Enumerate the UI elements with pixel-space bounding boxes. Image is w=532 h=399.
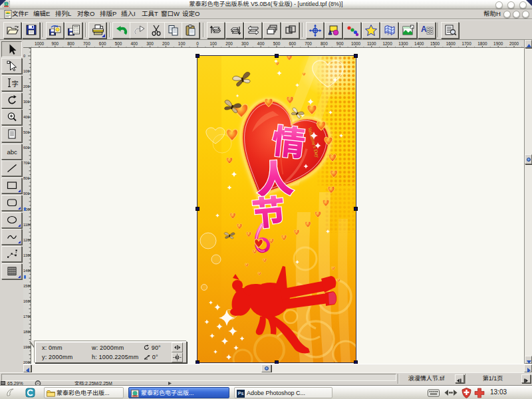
horizontal-scroll-thumb[interactable]: [261, 364, 271, 372]
mesh-warp-button[interactable]: [380, 22, 398, 39]
panel-size-button[interactable]: [172, 352, 183, 362]
minimize-button[interactable]: [495, 1, 503, 9]
status-separator-2: [466, 374, 466, 384]
copy-button[interactable]: [164, 22, 182, 39]
vertical-scrollbar[interactable]: [524, 40, 532, 364]
tool-rounded-rectangle[interactable]: [1, 195, 22, 211]
tray-clock[interactable]: 13:03: [490, 386, 507, 399]
tool-pattern[interactable]: [1, 263, 22, 279]
combine-button[interactable]: [281, 22, 299, 39]
tool-text-cursor[interactable]: 字: [1, 75, 22, 91]
vertical-scroll-thumb[interactable]: [525, 154, 532, 164]
rectangle-icon: [5, 180, 18, 192]
print-button[interactable]: [88, 22, 106, 39]
menu-help[interactable]: 帮助H: [483, 9, 501, 19]
tool-select[interactable]: [1, 41, 22, 57]
mdi-close-button[interactable]: [522, 11, 529, 18]
red-cross-tray-icon[interactable]: [474, 388, 485, 398]
tool-rotate[interactable]: [1, 92, 22, 108]
maximize-button[interactable]: [507, 1, 515, 9]
image-nav-button[interactable]: [455, 374, 464, 383]
tool-rectangle[interactable]: [1, 178, 22, 194]
h-value: 1000.2205mm: [99, 354, 139, 360]
svg-text:100: 100: [23, 69, 29, 73]
paste-button[interactable]: [182, 22, 200, 39]
menu-insert[interactable]: 插入I: [121, 9, 136, 19]
taskbar-montai-button[interactable]: 蒙泰彩色电子出版...: [128, 387, 229, 398]
menu-tools[interactable]: 工具T: [142, 9, 158, 19]
page-nav-button[interactable]: [521, 374, 531, 383]
bring-forward-button[interactable]: [207, 22, 225, 39]
menu-layout[interactable]: 排版P: [100, 9, 116, 19]
menu-window[interactable]: 窗口W: [161, 9, 180, 19]
quick-launch-app-icon[interactable]: [25, 388, 35, 398]
svg-text:200: 200: [23, 84, 29, 88]
skew-icon: [144, 354, 150, 360]
keyboard-tray-icon[interactable]: [428, 389, 440, 397]
mdi-minimize-button[interactable]: [503, 11, 511, 18]
menu-edit[interactable]: 编辑E: [33, 9, 50, 19]
cut-button[interactable]: [147, 22, 165, 39]
scroll-left-button[interactable]: [23, 364, 31, 372]
horizontal-scrollbar[interactable]: [23, 364, 532, 372]
redo-button[interactable]: [130, 22, 148, 39]
star-shapes-icon: [364, 24, 378, 37]
image-frame-button[interactable]: [399, 22, 417, 39]
save-button[interactable]: [22, 22, 40, 39]
send-backward-button[interactable]: [225, 22, 243, 39]
quick-launch-swoosh-icon[interactable]: [5, 388, 17, 398]
pattern-icon: [5, 265, 18, 277]
tool-ellipse[interactable]: [1, 212, 22, 228]
move-tool-button[interactable]: [306, 22, 324, 39]
open-button[interactable]: [3, 22, 21, 39]
scroll-right-button[interactable]: [524, 364, 532, 372]
menu-settings[interactable]: 设定O: [182, 9, 200, 19]
canvas[interactable]: Valentine's Day 情 人 节: [31, 48, 524, 364]
polyline-icon: [5, 247, 18, 260]
tool-node-select[interactable]: [1, 58, 22, 74]
tool-text-abc[interactable]: abc: [1, 144, 22, 160]
export-image-button[interactable]: [65, 22, 82, 39]
tool-zoom[interactable]: [1, 109, 22, 125]
poster-image[interactable]: Valentine's Day 情 人 节: [198, 56, 356, 362]
handle-middle-left[interactable]: [196, 207, 200, 211]
svg-text:1400: 1400: [414, 41, 424, 46]
handle-top-right[interactable]: [354, 54, 358, 58]
mesh-warp-icon: [383, 24, 396, 37]
menu-arrange[interactable]: 排列L: [55, 9, 71, 19]
colors-button[interactable]: [343, 22, 361, 39]
security-shield-tray-icon[interactable]: [462, 388, 471, 398]
undo-button[interactable]: [112, 22, 130, 39]
svg-text:abc: abc: [7, 148, 17, 155]
svg-text:400: 400: [23, 115, 29, 119]
redo-icon: [132, 24, 146, 37]
text-attributes-button[interactable]: A: [418, 22, 436, 39]
network-tray-icon[interactable]: [444, 388, 458, 397]
tool-polyline[interactable]: [1, 246, 22, 262]
import-image-button[interactable]: [46, 22, 64, 39]
swap-order-button[interactable]: [244, 22, 262, 39]
svg-text:1100: 1100: [23, 223, 31, 227]
object-attributes-button[interactable]: [325, 22, 342, 39]
cascade-button[interactable]: [263, 22, 281, 39]
handle-middle-right[interactable]: [354, 207, 358, 211]
scroll-up-button[interactable]: [525, 40, 532, 48]
svg-text:200: 200: [162, 41, 170, 46]
svg-text:A: A: [421, 25, 427, 34]
star-shapes-button[interactable]: [362, 22, 380, 39]
tool-page[interactable]: [1, 126, 22, 142]
toolbar: A: [0, 20, 532, 40]
taskbar-photoshop-button[interactable]: Ps Adobe Photoshop C...: [234, 387, 332, 398]
tool-curve[interactable]: [1, 229, 22, 245]
taskbar-folder-button[interactable]: 蒙泰彩色电子出版...: [44, 387, 124, 398]
svg-text:1800: 1800: [23, 330, 31, 334]
panel-position-button[interactable]: [172, 342, 183, 352]
handle-top-left[interactable]: [196, 54, 200, 58]
mdi-restore-button[interactable]: [513, 11, 520, 18]
menu-file[interactable]: 文件F: [12, 9, 29, 19]
handle-top-middle[interactable]: [275, 54, 279, 58]
print-preview-button[interactable]: [441, 22, 459, 39]
scroll-down-button[interactable]: [525, 356, 532, 364]
menu-object[interactable]: 对象O: [77, 9, 94, 19]
tool-line[interactable]: [1, 160, 22, 176]
